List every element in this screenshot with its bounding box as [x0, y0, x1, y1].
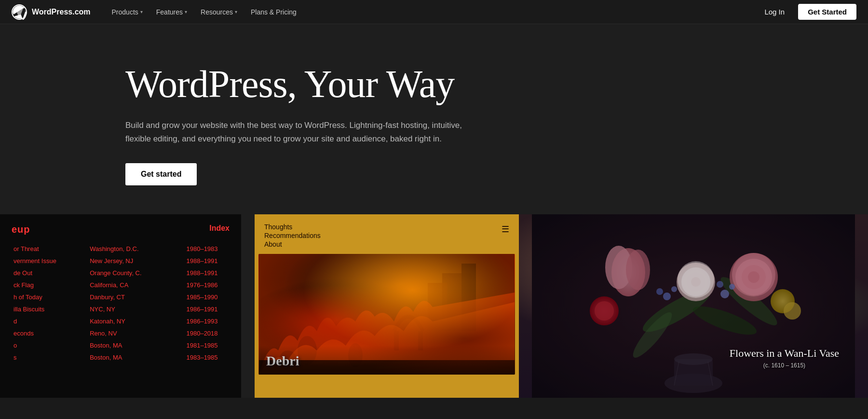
- table-row: d Katonah, NY 1986–1993: [12, 315, 230, 327]
- painting-image-fire: Debri: [258, 254, 515, 375]
- band-name: or Threat: [12, 243, 84, 255]
- nav-plans-pricing[interactable]: Plans & Pricing: [245, 5, 302, 19]
- svg-point-12: [279, 350, 297, 370]
- band-years: 1981–1985: [180, 339, 230, 351]
- card2-nav-about[interactable]: About: [264, 240, 321, 248]
- band-years: 1983–1985: [180, 351, 230, 363]
- band-name: h of Today: [12, 291, 84, 303]
- svg-rect-13: [259, 360, 515, 375]
- band-years: 1988–1991: [180, 255, 230, 267]
- hero-section: WordPress, Your Way Build and grow your …: [0, 24, 868, 214]
- painting-title-partial: Debri: [258, 348, 515, 375]
- band-name: vernment Issue: [12, 255, 84, 267]
- svg-rect-6: [461, 264, 476, 331]
- band-name: d: [12, 315, 84, 327]
- band-location: NYC, NY: [84, 303, 180, 315]
- nav-right: Log In Get Started: [759, 4, 856, 20]
- card2-nav-recommendations[interactable]: Recommendations: [264, 232, 321, 239]
- hero-subtitle: Build and grow your website with the bes…: [125, 119, 477, 146]
- band-years: 1985–1990: [180, 291, 230, 303]
- svg-point-47: [732, 253, 775, 296]
- card2-nav: Thoughts Recommendations About: [264, 223, 321, 248]
- band-table: or Threat Washington, D.C. 1980–1983 ver…: [12, 243, 230, 363]
- band-location: Reno, NV: [84, 327, 180, 339]
- table-row: h of Today Danbury, CT 1985–1990: [12, 291, 230, 303]
- showcase-cards: eup Index or Threat Washington, D.C. 198…: [0, 214, 868, 398]
- card2-nav-thoughts[interactable]: Thoughts: [264, 223, 321, 231]
- band-location: Washington, D.C.: [84, 243, 180, 255]
- band-years: 1980–2018: [180, 327, 230, 339]
- table-row: illa Biscuits NYC, NY 1986–1991: [12, 303, 230, 315]
- band-name: ck Flag: [12, 279, 84, 291]
- logo-link[interactable]: WordPress.com: [12, 4, 91, 20]
- svg-rect-9: [418, 331, 423, 350]
- get-started-nav-button[interactable]: Get Started: [798, 4, 856, 20]
- svg-rect-7: [428, 283, 447, 331]
- hero-cta-button[interactable]: Get started: [125, 163, 197, 185]
- painting-card-golden: Thoughts Recommendations About ☰: [255, 214, 519, 398]
- band-name: s: [12, 351, 84, 363]
- menu-icon[interactable]: ☰: [502, 224, 509, 235]
- hero-title: WordPress, Your Way: [125, 63, 868, 105]
- svg-rect-1: [259, 254, 515, 375]
- fire-painting-svg: [258, 254, 515, 375]
- band-location: Orange County, C.: [84, 267, 180, 279]
- wordpress-icon: [12, 4, 27, 20]
- band-name: econds: [12, 327, 84, 339]
- table-row: s Boston, MA 1983–1985: [12, 351, 230, 363]
- card2-header: Thoughts Recommendations About ☰: [255, 214, 519, 254]
- table-row: de Out Orange County, C. 1988–1991: [12, 267, 230, 279]
- login-button[interactable]: Log In: [759, 5, 790, 19]
- band-years: 1986–1991: [180, 303, 230, 315]
- table-row: ck Flag California, CA 1976–1986: [12, 279, 230, 291]
- chevron-down-icon: ▾: [140, 9, 143, 14]
- nav-links: Products ▾ Features ▾ Resources ▾ Plans …: [106, 5, 759, 19]
- table-row: econds Reno, NV 1980–2018: [12, 327, 230, 339]
- band-years: 1980–1983: [180, 243, 230, 255]
- card1-title: eup: [12, 224, 30, 235]
- card3-title: Flowers in a Wan-Li Vase: [730, 347, 839, 361]
- svg-rect-2: [259, 254, 515, 375]
- band-name: de Out: [12, 267, 84, 279]
- svg-point-10: [298, 336, 317, 365]
- floral-painting-card: Flowers in a Wan-Li Vase (c. 1610 – 1615…: [519, 214, 868, 398]
- band-name: illa Biscuits: [12, 303, 84, 315]
- svg-rect-8: [394, 331, 399, 350]
- svg-point-46: [678, 261, 714, 298]
- band-name: o: [12, 339, 84, 351]
- band-listing-card: eup Index or Threat Washington, D.C. 198…: [0, 214, 241, 398]
- svg-rect-4: [259, 254, 515, 375]
- table-row: o Boston, MA 1981–1985: [12, 339, 230, 351]
- table-row: vernment Issue New Jersey, NJ 1988–1991: [12, 255, 230, 267]
- card1-header: eup Index: [12, 224, 230, 235]
- band-location: Katonah, NY: [84, 315, 180, 327]
- navbar: WordPress.com Products ▾ Features ▾ Reso…: [0, 0, 868, 24]
- band-location: California, CA: [84, 279, 180, 291]
- svg-point-11: [348, 343, 363, 367]
- card3-subtitle: (c. 1610 – 1615): [730, 362, 839, 369]
- band-years: 1986–1993: [180, 315, 230, 327]
- nav-resources[interactable]: Resources ▾: [195, 5, 243, 19]
- chevron-down-icon: ▾: [235, 9, 237, 14]
- band-years: 1988–1991: [180, 267, 230, 279]
- card3-caption: Flowers in a Wan-Li Vase (c. 1610 – 1615…: [730, 347, 839, 369]
- floral-svg: [519, 214, 868, 398]
- nav-features[interactable]: Features ▾: [150, 5, 193, 19]
- svg-rect-45: [532, 214, 855, 398]
- card1-index: Index: [209, 224, 230, 235]
- band-location: New Jersey, NJ: [84, 255, 180, 267]
- logo-text: WordPress.com: [32, 8, 91, 16]
- nav-products[interactable]: Products ▾: [106, 5, 149, 19]
- band-location: Boston, MA: [84, 351, 180, 363]
- svg-rect-5: [442, 273, 471, 331]
- chevron-down-icon: ▾: [185, 9, 187, 14]
- band-years: 1976–1986: [180, 279, 230, 291]
- table-row: or Threat Washington, D.C. 1980–1983: [12, 243, 230, 255]
- band-location: Boston, MA: [84, 339, 180, 351]
- band-location: Danbury, CT: [84, 291, 180, 303]
- svg-rect-3: [259, 254, 515, 375]
